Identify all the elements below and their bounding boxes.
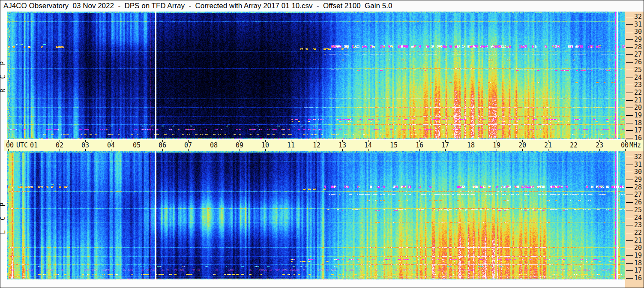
freq-tick-label: 28 bbox=[634, 184, 643, 191]
freq-tick bbox=[626, 32, 633, 32]
freq-tick bbox=[626, 210, 633, 210]
hour-label: 21 bbox=[544, 142, 552, 149]
hour-label: 18 bbox=[467, 142, 475, 149]
freq-tick bbox=[626, 24, 633, 25]
hour-label: 14 bbox=[364, 142, 372, 149]
freq-tick-label: 17 bbox=[634, 267, 643, 274]
hour-label: 20 bbox=[518, 142, 526, 149]
freq-tick bbox=[626, 123, 633, 123]
freq-tick-label: 32 bbox=[634, 13, 643, 20]
freq-tick bbox=[626, 187, 633, 188]
freq-tick bbox=[626, 255, 633, 256]
freq-tick bbox=[626, 47, 633, 48]
hour-label: 09 bbox=[236, 142, 243, 149]
freq-tick bbox=[626, 172, 633, 172]
freq-tick-label: 30 bbox=[634, 168, 643, 175]
freq-tick-label: 28 bbox=[634, 44, 643, 51]
freq-tick-label: 25 bbox=[634, 207, 643, 213]
freq-tick bbox=[626, 240, 633, 241]
rcp-polarization-label: R C P bbox=[0, 50, 8, 101]
hour-label: 10 bbox=[261, 142, 269, 149]
freq-tick bbox=[626, 233, 633, 233]
title-bar: AJ4CO Observatory 03 Nov 2022 - DPS on T… bbox=[0, 0, 644, 12]
hour-label: 04 bbox=[107, 142, 115, 149]
hour-label: 06 bbox=[159, 142, 166, 149]
freq-tick-label: 26 bbox=[634, 199, 643, 206]
freq-tick-label: 21 bbox=[634, 97, 643, 104]
hour-label: 22 bbox=[570, 142, 578, 149]
freq-tick bbox=[626, 115, 633, 116]
freq-tick-label: 32 bbox=[634, 153, 643, 160]
spectrogram-page: AJ4CO Observatory 03 Nov 2022 - DPS on T… bbox=[0, 0, 644, 288]
freq-tick-label: 20 bbox=[634, 244, 643, 251]
rcp-spectrogram-canvas bbox=[7, 12, 625, 139]
freq-tick-label: 31 bbox=[634, 21, 643, 28]
freq-tick-label: 23 bbox=[634, 81, 643, 88]
freq-tick bbox=[626, 108, 633, 108]
freq-tick bbox=[626, 225, 633, 225]
page-title: AJ4CO Observatory 03 Nov 2022 - DPS on T… bbox=[3, 2, 392, 10]
freq-tick bbox=[626, 85, 633, 85]
freq-tick-label: 30 bbox=[634, 28, 643, 35]
freq-tick bbox=[626, 248, 633, 248]
hour-label: 16 bbox=[416, 142, 423, 149]
freq-tick bbox=[626, 70, 633, 70]
hour-label-start: 00 bbox=[6, 142, 14, 149]
freq-tick bbox=[626, 270, 633, 271]
freq-tick-label: 29 bbox=[634, 176, 643, 183]
freq-tick-label: 18 bbox=[634, 120, 643, 126]
hour-label: 02 bbox=[56, 142, 63, 149]
freq-tick-label: 19 bbox=[634, 112, 643, 119]
freq-tick bbox=[626, 93, 633, 93]
freq-tick-label: 19 bbox=[634, 252, 643, 259]
hour-label: 11 bbox=[287, 142, 295, 149]
hour-label: 19 bbox=[493, 142, 500, 149]
hour-label: 23 bbox=[596, 142, 603, 149]
freq-tick bbox=[626, 157, 633, 157]
freq-tick-label: 26 bbox=[634, 59, 643, 66]
mhz-unit-label: MHz bbox=[629, 142, 641, 149]
freq-tick-label: 16 bbox=[634, 275, 643, 282]
freq-tick bbox=[626, 62, 633, 63]
freq-tick-label: 20 bbox=[634, 104, 643, 111]
hour-label: 07 bbox=[184, 142, 192, 149]
hour-label: 01 bbox=[30, 142, 38, 149]
time-axis-band: 00UTC01020304050607080910111213141516171… bbox=[4, 140, 644, 151]
freq-tick-label: 18 bbox=[634, 260, 643, 267]
freq-tick bbox=[626, 180, 633, 180]
freq-tick-label: 24 bbox=[634, 74, 643, 81]
hour-label: 13 bbox=[338, 142, 346, 149]
freq-tick-label: 29 bbox=[634, 36, 643, 43]
freq-tick bbox=[626, 202, 633, 203]
freq-tick bbox=[626, 165, 633, 165]
hour-label: 08 bbox=[210, 142, 218, 149]
freq-tick bbox=[626, 130, 633, 131]
freq-tick bbox=[626, 54, 633, 55]
freq-tick-label: 27 bbox=[634, 191, 643, 198]
freq-tick-label: 31 bbox=[634, 161, 643, 168]
freq-tick bbox=[626, 39, 633, 40]
freq-tick-label: 23 bbox=[634, 222, 643, 228]
freq-tick bbox=[626, 263, 633, 264]
freq-tick bbox=[626, 218, 633, 218]
freq-tick bbox=[626, 278, 633, 279]
hour-label: 17 bbox=[441, 142, 449, 149]
lcp-polarization-label: L C P bbox=[0, 191, 8, 243]
freq-tick bbox=[626, 78, 633, 78]
freq-tick-label: 25 bbox=[634, 66, 643, 73]
freq-tick-label: 22 bbox=[634, 89, 643, 96]
freq-tick bbox=[626, 195, 633, 195]
lcp-spectrogram-canvas bbox=[7, 151, 625, 279]
freq-tick-label: 27 bbox=[634, 51, 643, 58]
freq-tick bbox=[626, 100, 633, 101]
utc-label: UTC bbox=[16, 142, 28, 149]
hour-label: 05 bbox=[133, 142, 141, 149]
hour-label-end: 00 bbox=[621, 142, 629, 149]
freq-tick-label: 21 bbox=[634, 237, 643, 244]
freq-tick bbox=[626, 138, 633, 138]
hour-label: 03 bbox=[81, 142, 89, 149]
freq-tick-label: 22 bbox=[634, 229, 643, 236]
hour-label: 12 bbox=[313, 142, 321, 149]
hour-label: 15 bbox=[390, 142, 398, 149]
freq-tick-label: 17 bbox=[634, 127, 643, 134]
